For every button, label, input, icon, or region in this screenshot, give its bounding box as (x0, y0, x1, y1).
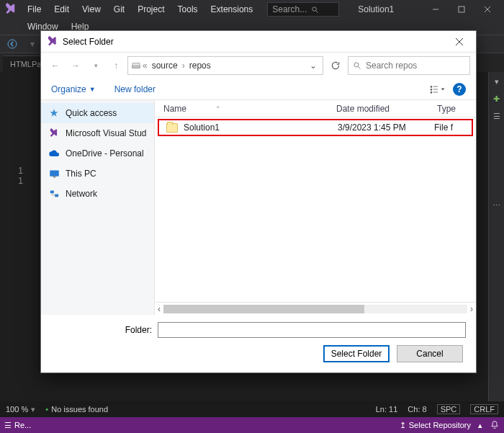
nav-recent-icon[interactable]: ▾ (87, 57, 104, 74)
gutter-line: 1 (0, 176, 23, 186)
col-date[interactable]: Date modified (336, 104, 433, 114)
repo-dropdown-icon[interactable]: ▴ (478, 421, 482, 430)
sidebar-item-this-pc[interactable]: This PC (41, 164, 154, 184)
folder-input[interactable] (158, 322, 466, 338)
dialog-close-button[interactable] (449, 33, 470, 50)
sidebar-item-vs[interactable]: Microsoft Visual Stud (41, 123, 154, 143)
select-folder-dialog: Select Folder ← → ▾ ↑ « source › repos ⌄… (40, 30, 477, 373)
help-button[interactable]: ? (453, 83, 466, 96)
chevron-right-icon: › (182, 61, 185, 71)
right-rail: ▾ ✚ ☰ ⋯ (488, 72, 504, 417)
dialog-title: Select Folder (63, 37, 114, 47)
maximize-button[interactable] (449, 2, 474, 17)
sidebar-item-quick-access[interactable]: Quick access (41, 103, 154, 123)
breadcrumb-sep: « (143, 61, 148, 71)
vs-logo-icon (4, 3, 17, 16)
svg-rect-14 (431, 89, 432, 90)
zoom-dropdown-icon[interactable]: ▾ (31, 405, 35, 414)
menu-extensions[interactable]: Extensions (205, 1, 259, 17)
dialog-search-box[interactable]: Search repos (348, 56, 470, 75)
svg-rect-19 (50, 170, 59, 176)
menu-edit[interactable]: Edit (48, 1, 75, 17)
vs-search-box[interactable]: Search... (267, 2, 339, 17)
close-button[interactable] (475, 2, 500, 17)
nav-back-icon[interactable] (4, 36, 20, 52)
rail-tool-icon[interactable]: ☰ (490, 110, 503, 122)
menu-tools[interactable]: Tools (172, 1, 204, 17)
dialog-nav: ← → ▾ ↑ « source › repos ⌄ Search repos (41, 53, 476, 79)
ready-text: Re... (14, 421, 31, 429)
file-list: Name ⌃ Date modified Type Solution1 3/9/… (155, 100, 476, 315)
menu-view[interactable]: View (76, 1, 107, 17)
row-type: File f (434, 122, 472, 133)
row-date: 3/9/2023 1:45 PM (338, 122, 434, 133)
scroll-left-icon[interactable]: ‹ (158, 304, 161, 314)
sidebar-item-label: Quick access (66, 108, 117, 118)
nav-up-button[interactable]: ↑ (107, 57, 125, 74)
sidebar-item-onedrive[interactable]: OneDrive - Personal (41, 143, 154, 164)
nav-back-button[interactable]: ← (47, 57, 64, 74)
refresh-button[interactable] (326, 61, 345, 71)
breadcrumb-dropdown-icon[interactable]: ⌄ (310, 61, 320, 71)
pc-icon (48, 168, 60, 179)
cancel-button[interactable]: Cancel (397, 345, 463, 362)
menu-git[interactable]: Git (108, 1, 130, 17)
vs-search-placeholder: Search... (272, 4, 307, 14)
nav-forward-icon[interactable]: ▾ (24, 36, 40, 52)
horizontal-scrollbar[interactable]: ‹ › (155, 302, 476, 315)
sidebar-item-label: OneDrive - Personal (66, 148, 144, 159)
col-name[interactable]: Name (163, 104, 186, 114)
svg-rect-15 (431, 91, 432, 93)
dialog-body: Quick access Microsoft Visual Stud OneDr… (41, 100, 476, 315)
svg-rect-22 (55, 194, 58, 197)
output-icon[interactable]: ☰ (4, 421, 12, 430)
search-icon (353, 61, 361, 70)
svg-line-12 (359, 67, 361, 69)
cloud-icon (48, 148, 60, 159)
indent-mode[interactable]: SPC (437, 404, 461, 414)
folder-label: Folder: (51, 325, 152, 335)
minimize-button[interactable] (423, 2, 448, 17)
sidebar-item-network[interactable]: Network (41, 184, 154, 204)
svg-line-1 (316, 10, 318, 12)
caret-char: Ch: 8 (408, 405, 426, 414)
list-header: Name ⌃ Date modified Type (155, 100, 476, 117)
scroll-thumb[interactable] (163, 305, 364, 313)
scroll-right-icon[interactable]: › (470, 304, 473, 314)
breadcrumb-seg[interactable]: source (149, 61, 181, 71)
menu-file[interactable]: File (22, 1, 47, 17)
dialog-footer: Folder: Select Folder Cancel (41, 315, 476, 372)
scroll-track[interactable] (163, 305, 467, 313)
rail-dropdown-icon[interactable]: ▾ (490, 75, 503, 88)
issues-text: No issues found (51, 405, 108, 414)
svg-rect-13 (431, 86, 432, 87)
breadcrumb-seg[interactable]: repos (186, 61, 214, 71)
sidebar-item-label: Network (66, 189, 97, 199)
check-icon: ⦁ (45, 405, 48, 414)
rail-tool2-icon[interactable]: ⋯ (490, 199, 503, 212)
sidebar-item-label: Microsoft Visual Stud (66, 128, 147, 138)
chevron-down-icon: ▼ (89, 86, 96, 93)
editor-gutter: 1 1 (0, 72, 29, 417)
new-folder-button[interactable]: New folder (114, 84, 156, 94)
source-control-icon[interactable]: ↥ (400, 421, 406, 430)
rail-add-icon[interactable]: ✚ (490, 92, 503, 105)
menu-project[interactable]: Project (132, 1, 170, 17)
select-repo[interactable]: Select Repository (409, 421, 471, 429)
nav-forward-button[interactable]: → (67, 57, 84, 74)
list-row[interactable]: Solution1 3/9/2023 1:45 PM File f (158, 119, 473, 136)
vs-statusbar-bottom: ☰ Re... ↥ Select Repository ▴ (0, 417, 504, 433)
bell-icon[interactable] (490, 420, 500, 430)
dialog-titlebar: Select Folder (41, 31, 476, 53)
zoom-level[interactable]: 100 % (6, 405, 28, 414)
col-type[interactable]: Type (433, 104, 476, 114)
vs-statusbars: 100 % ▾ ⦁ No issues found Ln: 11 Ch: 8 S… (0, 401, 504, 433)
organize-button[interactable]: Organize ▼ (51, 84, 96, 94)
caret-line: Ln: 11 (376, 405, 398, 414)
breadcrumb[interactable]: « source › repos ⌄ (127, 56, 323, 75)
vs-statusbar-top: 100 % ▾ ⦁ No issues found Ln: 11 Ch: 8 S… (0, 401, 504, 417)
issues-status[interactable]: ⦁ No issues found (45, 405, 108, 414)
line-endings[interactable]: CRLF (470, 404, 498, 414)
select-folder-button[interactable]: Select Folder (323, 345, 390, 362)
view-options-button[interactable] (430, 84, 446, 94)
